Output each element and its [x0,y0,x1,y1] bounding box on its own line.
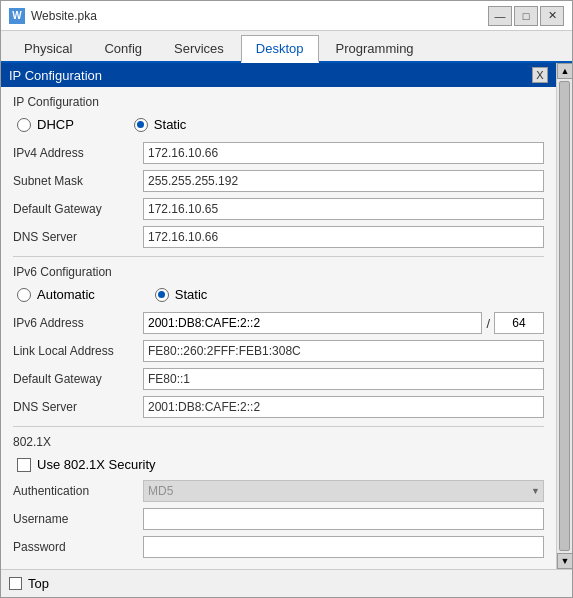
divider-1 [13,256,544,257]
dhcp-label: DHCP [37,117,74,132]
tab-bar: Physical Config Services Desktop Program… [1,31,572,63]
authentication-select[interactable]: MD5 [143,480,544,502]
use-dot1x-checkbox[interactable] [17,458,31,472]
close-button[interactable]: ✕ [540,6,564,26]
dns-server-label: DNS Server [13,230,143,244]
ip-config-header[interactable]: IP Configuration X [1,63,556,87]
subnet-mask-row: Subnet Mask [13,170,544,192]
ipv6-address-row: IPv6 Address / [13,312,544,334]
link-local-label: Link Local Address [13,344,143,358]
tab-physical[interactable]: Physical [9,35,87,61]
ip-config-section-label: IP Configuration [13,95,544,109]
dhcp-option[interactable]: DHCP [17,117,74,132]
minimize-button[interactable]: — [488,6,512,26]
ipv4-address-row: IPv4 Address [13,142,544,164]
ipv4-address-input[interactable] [143,142,544,164]
username-label: Username [13,512,143,526]
static-radio[interactable] [134,118,148,132]
default-gateway-label: Default Gateway [13,202,143,216]
tab-programming[interactable]: Programming [321,35,429,61]
ipv6-dns-label: DNS Server [13,400,143,414]
tab-desktop[interactable]: Desktop [241,35,319,63]
ip-config-panel: IP Configuration DHCP Static IPv4 Addres… [1,87,556,569]
authentication-row: Authentication MD5 ▼ [13,480,544,502]
username-input[interactable] [143,508,544,530]
ipv6-slash: / [486,316,490,331]
ipv6-static-label: Static [175,287,208,302]
auto-static-row: Automatic Static [13,287,544,302]
use-dot1x-row: Use 802.1X Security [13,457,544,472]
ipv6-prefix-input[interactable] [494,312,544,334]
app-icon: W [9,8,25,24]
automatic-label: Automatic [37,287,95,302]
window-controls: — □ ✕ [488,6,564,26]
top-checkbox[interactable] [9,577,22,590]
automatic-option[interactable]: Automatic [17,287,95,302]
top-checkbox-row: Top [9,576,49,591]
password-row: Password [13,536,544,558]
scroll-down-button[interactable]: ▼ [557,553,572,569]
use-dot1x-label: Use 802.1X Security [37,457,156,472]
ipv6-gateway-label: Default Gateway [13,372,143,386]
content-area: IP Configuration X IP Configuration DHCP… [1,63,572,569]
static-label: Static [154,117,187,132]
subnet-mask-label: Subnet Mask [13,174,143,188]
link-local-row: Link Local Address [13,340,544,362]
static-option[interactable]: Static [134,117,187,132]
default-gateway-row: Default Gateway [13,198,544,220]
ipv6-address-input[interactable] [143,312,482,334]
dot1x-section-label: 802.1X [13,435,544,449]
password-label: Password [13,540,143,554]
main-window: W Website.pka — □ ✕ Physical Config Serv… [0,0,573,598]
automatic-radio[interactable] [17,288,31,302]
scroll-thumb[interactable] [559,81,570,551]
top-checkbox-label: Top [28,576,49,591]
ipv6-dns-row: DNS Server [13,396,544,418]
scroll-up-button[interactable]: ▲ [557,63,572,79]
ipv6-gateway-row: Default Gateway [13,368,544,390]
password-input[interactable] [143,536,544,558]
dhcp-radio[interactable] [17,118,31,132]
ip-config-close[interactable]: X [532,67,548,83]
ipv6-config-label: IPv6 Configuration [13,265,544,279]
link-local-input[interactable] [143,340,544,362]
window-title: Website.pka [31,9,488,23]
maximize-button[interactable]: □ [514,6,538,26]
dns-server-row: DNS Server [13,226,544,248]
subnet-mask-input[interactable] [143,170,544,192]
authentication-select-wrapper: MD5 ▼ [143,480,544,502]
main-panel: IP Configuration X IP Configuration DHCP… [1,63,556,569]
tab-config[interactable]: Config [89,35,157,61]
ipv6-static-option[interactable]: Static [155,287,208,302]
ip-config-header-label: IP Configuration [9,68,102,83]
ipv6-static-radio[interactable] [155,288,169,302]
ipv6-address-label: IPv6 Address [13,316,143,330]
default-gateway-input[interactable] [143,198,544,220]
dhcp-static-row: DHCP Static [13,117,544,132]
ipv6-gateway-input[interactable] [143,368,544,390]
ipv4-address-label: IPv4 Address [13,146,143,160]
username-row: Username [13,508,544,530]
tab-services[interactable]: Services [159,35,239,61]
divider-2 [13,426,544,427]
ipv6-dns-input[interactable] [143,396,544,418]
dns-server-input[interactable] [143,226,544,248]
vertical-scrollbar[interactable]: ▲ ▼ [556,63,572,569]
authentication-label: Authentication [13,484,143,498]
title-bar: W Website.pka — □ ✕ [1,1,572,31]
bottom-bar: Top [1,569,572,597]
